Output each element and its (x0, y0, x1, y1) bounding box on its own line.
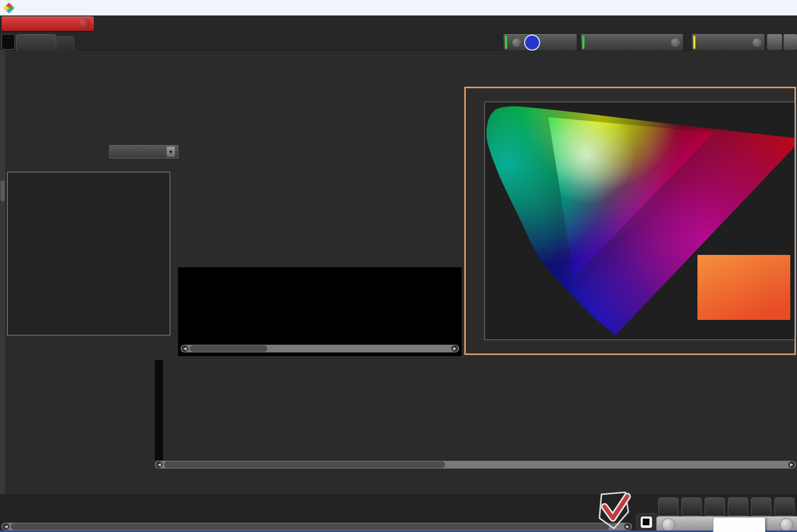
de-formula-select[interactable]: ▼ (109, 145, 178, 158)
pattern-window-button[interactable] (636, 513, 658, 532)
scroll-right-icon[interactable]: ▶ (624, 523, 631, 530)
app-header (0, 15, 797, 32)
chevron-down-icon[interactable] (671, 38, 680, 47)
pattern-generator-selector[interactable] (580, 34, 684, 51)
back-arrow-button[interactable] (662, 518, 675, 531)
chevron-down-icon[interactable] (78, 18, 90, 29)
left-edge-strip (0, 50, 5, 530)
read-series-tooltip (713, 517, 766, 532)
scroll-left-icon[interactable]: ◀ (3, 523, 9, 530)
cie-1976-panel (464, 87, 796, 355)
pattern-status-strip (582, 36, 584, 49)
minimize-button[interactable] (726, 0, 750, 15)
add-tab-button[interactable] (56, 36, 74, 51)
mini-toolbar-button-3[interactable] (705, 497, 725, 516)
chevron-down-icon: ▼ (167, 147, 175, 157)
table-gutter (155, 360, 163, 460)
deltae-x-axis (7, 336, 170, 346)
mini-toolbar-button-4[interactable] (728, 497, 748, 516)
collapse-panel-button[interactable] (783, 34, 797, 51)
meter-reading-badge[interactable] (524, 35, 540, 51)
panel-handle[interactable] (1, 181, 5, 201)
patch-scrollbar[interactable]: ◀ ▶ (2, 523, 632, 530)
mini-toolbar-button-1[interactable] (658, 497, 678, 516)
meter-selector[interactable] (503, 34, 577, 51)
app-icon (4, 2, 14, 13)
swatch-scrollbar-thumb[interactable] (190, 345, 267, 352)
display-control-selector[interactable] (691, 34, 765, 51)
mini-toolbar-button-6[interactable] (774, 497, 794, 516)
scroll-right-icon[interactable]: ▶ (788, 461, 795, 468)
tab-history-1[interactable] (16, 34, 56, 51)
maximize-button[interactable] (750, 0, 773, 15)
close-button[interactable] (773, 0, 797, 15)
measurement-table (155, 360, 797, 460)
scroll-left-icon[interactable]: ◀ (156, 461, 162, 468)
deltae-chart (7, 172, 170, 335)
actual-target-swatch-panel: ◀ ▶ (178, 267, 462, 356)
next-arrow-button[interactable] (780, 518, 793, 531)
scroll-left-icon[interactable]: ◀ (182, 345, 188, 352)
scroll-right-icon[interactable]: ▶ (451, 345, 458, 352)
mini-toolbar-button-2[interactable] (681, 497, 702, 516)
patch-scrollbar-thumb[interactable] (11, 523, 609, 530)
target-row-label (179, 310, 186, 341)
chevron-down-icon[interactable] (512, 38, 521, 47)
contrast-icon (641, 517, 652, 528)
tab-scroll-button[interactable] (2, 34, 15, 50)
meter-status-strip (505, 36, 507, 49)
mini-toolbar-button-5[interactable] (751, 497, 771, 516)
chevron-down-icon[interactable] (753, 38, 761, 47)
calman-app-window: ▼ ◀ ▶ ◀ ▶ (0, 0, 797, 532)
calman-menu-button[interactable] (2, 17, 94, 31)
table-scrollbar[interactable]: ◀ ▶ (155, 461, 796, 469)
display-status-strip (693, 36, 695, 49)
cie-inset (697, 255, 790, 320)
settings-button[interactable] (767, 34, 783, 51)
table-scrollbar-thumb[interactable] (164, 461, 445, 468)
window-titlebar (0, 0, 797, 15)
cie-chart (484, 102, 795, 340)
actual-row-label (179, 279, 186, 310)
swatch-scrollbar[interactable]: ◀ ▶ (181, 345, 459, 352)
